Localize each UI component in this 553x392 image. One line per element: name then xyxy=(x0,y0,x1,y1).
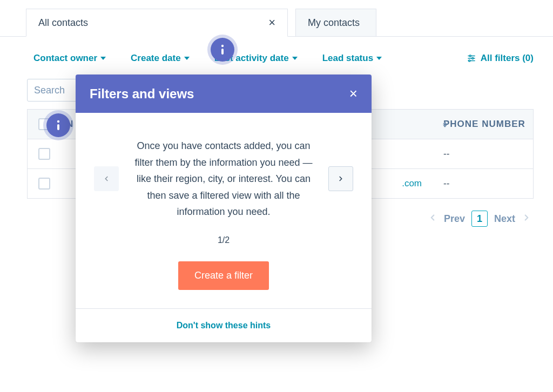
svg-point-7 xyxy=(469,55,471,57)
chevron-down-icon xyxy=(292,57,298,60)
onboarding-popover: Filters and views × Once you have contac… xyxy=(76,75,372,342)
dismiss-hints-link[interactable]: Don't show these hints xyxy=(177,321,271,330)
filter-bar: Contact owner Create date Last activity … xyxy=(0,37,553,64)
popover-body-text: Once you have contacts added, you can fi… xyxy=(131,138,316,220)
filter-label: Create date xyxy=(131,53,181,64)
tab-my-contacts[interactable]: My contacts xyxy=(295,9,376,37)
view-tabs: All contacts × My contacts xyxy=(0,0,553,37)
filter-label: Lead status xyxy=(322,53,373,64)
filter-contact-owner[interactable]: Contact owner xyxy=(33,53,106,64)
svg-point-8 xyxy=(472,58,474,59)
popover-prev-button xyxy=(94,166,119,191)
pagination-next[interactable]: Next xyxy=(494,213,515,225)
pagination-prev[interactable]: Prev xyxy=(444,213,465,225)
popover-header: Filters and views × xyxy=(76,75,372,113)
chevron-down-icon xyxy=(100,57,106,60)
create-filter-button[interactable]: Create a filter xyxy=(178,261,269,290)
column-sort-icon[interactable] xyxy=(440,121,447,127)
info-beacon-icon[interactable] xyxy=(46,113,70,137)
svg-point-2 xyxy=(57,120,59,123)
info-beacon-icon[interactable] xyxy=(211,38,234,62)
tab-label: My contacts xyxy=(308,17,360,29)
sliders-icon xyxy=(467,53,476,63)
svg-point-0 xyxy=(221,45,224,47)
close-icon[interactable]: × xyxy=(252,16,275,30)
pagination-page[interactable]: 1 xyxy=(471,211,488,227)
tab-all-contacts[interactable]: All contacts × xyxy=(26,9,288,37)
chevron-down-icon xyxy=(184,57,190,60)
row-checkbox[interactable] xyxy=(38,148,50,160)
chevron-down-icon xyxy=(376,57,382,60)
svg-rect-3 xyxy=(57,124,59,130)
cell-phone: -- xyxy=(430,178,533,189)
popover-next-button[interactable] xyxy=(328,166,353,191)
filter-lead-status[interactable]: Lead status xyxy=(322,53,382,64)
svg-point-9 xyxy=(469,60,470,62)
chevron-left-icon[interactable] xyxy=(428,213,437,225)
chevron-right-icon[interactable] xyxy=(522,213,531,225)
filter-label: All filters (0) xyxy=(481,53,534,64)
tab-label: All contacts xyxy=(38,17,88,29)
popover-step-counter: 1/2 xyxy=(76,235,372,245)
search-placeholder: Search xyxy=(34,85,65,96)
cell-phone: -- xyxy=(430,148,533,159)
svg-rect-1 xyxy=(221,49,224,55)
popover-arrow xyxy=(218,75,231,76)
filter-create-date[interactable]: Create date xyxy=(131,53,190,64)
all-filters-button[interactable]: All filters (0) xyxy=(467,53,534,64)
row-checkbox[interactable] xyxy=(38,178,50,190)
close-icon[interactable]: × xyxy=(349,85,358,102)
popover-title: Filters and views xyxy=(90,86,194,102)
filter-label: Contact owner xyxy=(33,53,97,64)
